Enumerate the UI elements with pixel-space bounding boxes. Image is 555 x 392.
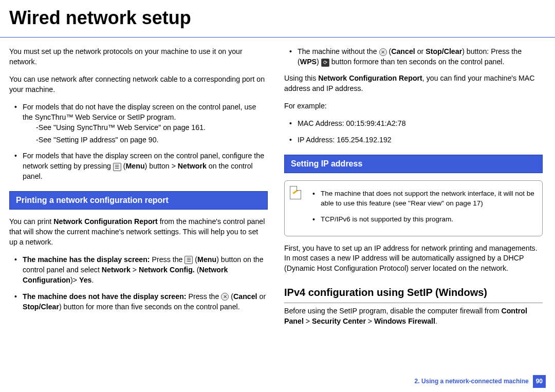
section-setting-ip: Setting IP address (284, 155, 543, 173)
firewall-paragraph: Before using the SetIP program, disable … (284, 306, 543, 327)
note-box: The machine that does not support the ne… (284, 180, 543, 236)
intro-paragraph-2: You can use network after connecting net… (9, 74, 268, 95)
bullet-with-display: For models that have the display screen … (9, 151, 268, 182)
content-columns: You must set up the network protocols on… (0, 38, 555, 334)
intro-paragraph-1: You must set up the network protocols on… (9, 47, 268, 67)
ip-paragraph: First, you have to set up an IP address … (284, 244, 543, 274)
mac-address: MAC Address: 00:15:99:41:A2:78 (284, 119, 543, 129)
note-icon (290, 186, 301, 199)
for-example: For example: (284, 101, 543, 111)
menu-icon: ☰ (184, 256, 193, 264)
cancel-icon: ✕ (379, 48, 387, 56)
see-syncthru: -See "Using SyncThru™ Web Service" on pa… (36, 123, 268, 133)
section-printing-report: Printing a network configuration report (9, 191, 268, 210)
page-title: Wired network setup (0, 0, 555, 38)
left-column: You must set up the network protocols on… (9, 44, 268, 334)
cancel-icon: ✕ (221, 293, 229, 301)
ipv4-subheading: IPv4 configuration using SetIP (Windows) (284, 285, 543, 303)
bullet-no-display: For models that do not have the display … (9, 102, 268, 145)
chapter-label: 2. Using a network-connected machine (415, 377, 529, 386)
see-setting-ip: -See "Setting IP address" on page 90. (36, 135, 268, 145)
right-column: The machine without the ✕ (Cancel or Sto… (284, 44, 543, 334)
bullet-has-display: The machine has the display screen: Pres… (9, 255, 268, 286)
ip-address: IP Address: 165.254.192.192 (284, 135, 543, 145)
note-item-1: The machine that does not support the ne… (307, 189, 536, 209)
menu-icon: ☰ (113, 163, 121, 171)
bullet-without-cancel: The machine without the ✕ (Cancel or Sto… (284, 47, 543, 67)
wps-icon: ⟳ (321, 59, 329, 67)
page-footer: 2. Using a network-connected machine 90 (415, 375, 546, 388)
bullet-no-display-screen: The machine does not have the display sc… (9, 292, 268, 312)
page-number: 90 (533, 375, 546, 388)
using-report-paragraph: Using this Network Configuration Report,… (284, 73, 543, 94)
printing-report-paragraph: You can print Network Configuration Repo… (9, 217, 268, 248)
note-item-2: TCP/IPv6 is not supported by this progra… (307, 215, 536, 225)
